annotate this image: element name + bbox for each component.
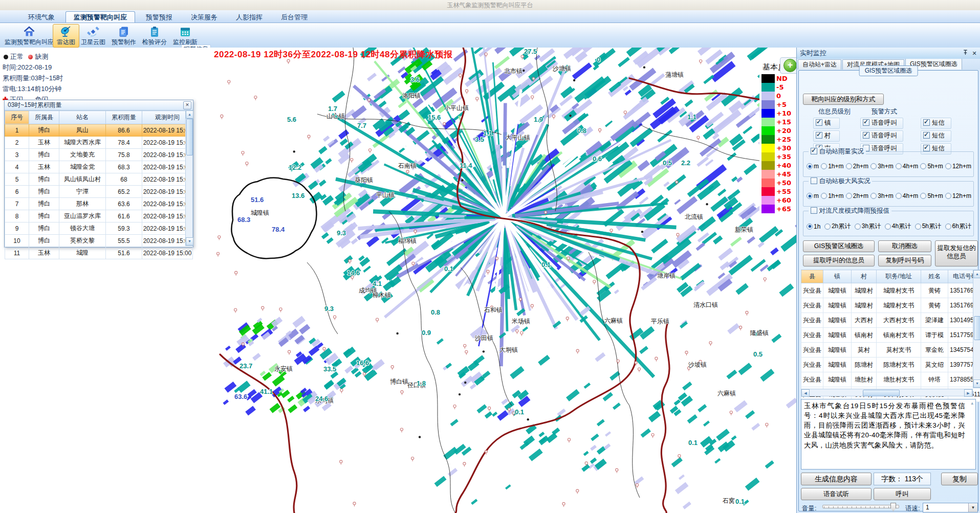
radio-icon[interactable] [821,193,827,199]
scroll-left-icon[interactable]: ◀ [801,389,810,397]
scroll-down-icon[interactable]: ▼ [186,237,193,246]
contact-col-header[interactable]: 县 [801,270,823,283]
warning-message-textarea[interactable]: 玉林市气象台19日5时15分发布暴雨橙色预警信号：4时以来兴业县城隍大西水库已出… [801,399,976,470]
contact-col-header[interactable]: 职务/地址 [877,270,921,283]
radio-option[interactable]: 5h+m [920,163,943,170]
radio-icon[interactable] [920,193,926,199]
radio-option[interactable]: 1h+m [821,192,843,199]
radio-icon[interactable] [824,224,831,230]
checkbox[interactable] [816,119,822,126]
checkbox[interactable] [923,119,930,126]
table-row[interactable]: 3博白文地姜充75.82022-08-19 15:00 [5,149,193,161]
table-row[interactable]: 兴业县城隍镇陈塘村陈塘村支书莫文绍139775796 [801,358,980,372]
tool-button-home[interactable]: 监测预警靶向叫应 [2,24,56,48]
radio-icon[interactable] [945,163,951,169]
menu-tab-1[interactable]: 环境气象 [20,12,62,23]
slider-track[interactable] [822,505,899,508]
table-row[interactable]: 兴业县城隍镇城隍村城隍村支书黄铸135176975 [801,283,980,298]
speed-combobox[interactable]: 1 ▼ [923,503,978,512]
radio-option[interactable]: 2h累计 [824,222,851,231]
tool-button-calendar-refresh[interactable]: 监控刷新 [168,24,202,48]
tool-button-satellite[interactable]: 卫星云图 [76,24,110,48]
radio-option[interactable]: m [807,163,819,170]
contact-col-header[interactable]: 镇 [823,270,852,283]
radio-option[interactable]: 5h累计 [915,222,941,231]
rain-table-col-header[interactable]: 序号 [5,111,29,124]
radio-icon[interactable] [807,224,813,230]
radio-icon[interactable] [945,193,951,199]
table-row[interactable]: 2玉林城隍大西水库78.42022-08-19 15:00 [5,137,193,149]
scroll-up-icon[interactable]: ▲ [970,400,974,406]
call-button[interactable]: 呼叫 [874,488,931,500]
radio-option[interactable]: 3h累计 [855,222,881,231]
checkbox[interactable] [816,132,822,139]
radio-option[interactable]: 4h累计 [885,222,911,231]
radio-icon[interactable] [807,193,813,199]
table-row[interactable]: 兴业县城隍镇城隍村城隍村支书黄铸135176975 [801,298,980,313]
rain-table-scrollbar[interactable]: ▲ ▼ [185,110,193,246]
radio-icon[interactable] [870,163,877,169]
contact-col-header[interactable]: 村 [852,270,877,283]
scroll-right-icon[interactable]: ▶ [964,389,972,397]
radio-option[interactable]: 12h+m [945,192,971,199]
slider-thumb[interactable] [890,503,896,511]
table-row[interactable]: 9博白顿谷大塘59.32022-08-19 15:00 [5,222,193,235]
checkbox[interactable] [923,145,930,151]
rain-table-col-header[interactable]: 所属县 [29,111,59,124]
auto-rain-checkbox[interactable] [811,148,817,154]
rain-table-col-header[interactable]: 累积雨量 [106,111,142,124]
rain-table-window[interactable]: 03时~15时累积雨量 ✕ 序号所属县站名累积雨量观测时间 1博白凤山86.62… [4,100,193,248]
rain-table-col-header[interactable]: 站名 [59,111,106,124]
radio-option[interactable]: 5h+m [920,192,943,199]
close-panel-icon[interactable]: ✕ [971,50,978,57]
radio-icon[interactable] [807,163,813,169]
table-row[interactable]: 兴业县城隍镇塘肚村塘肚村支书钟塔137885534 [801,372,980,387]
call-level-mode-button[interactable]: 靶向叫应的级别和方式 [803,94,884,105]
table-row[interactable]: 6博白宁潭65.22022-08-19 15:00 [5,186,193,198]
tool-button-compose[interactable]: 预警制作 [107,24,141,48]
radio-icon[interactable] [896,193,902,199]
pin-icon[interactable] [962,50,969,57]
menu-tab-4[interactable]: 决策服务 [183,12,225,23]
radio-icon[interactable] [821,163,827,169]
checkbox[interactable] [923,132,930,139]
checkbox[interactable] [863,119,869,126]
radio-option[interactable]: 2h+m [846,192,868,199]
radio-icon[interactable] [885,224,891,230]
menu-tab-5[interactable]: 人影指挥 [228,12,270,23]
radio-option[interactable]: 6h累计 [945,222,971,231]
extract-call-button[interactable]: 提取呼叫的信息员 [803,255,875,266]
radio-icon[interactable] [855,224,861,230]
scroll-up-icon[interactable]: ▲ [186,110,193,119]
radio-option[interactable]: 12h+m [945,163,971,170]
voice-preview-button[interactable]: 语音试听 [801,488,872,500]
scroll-up-icon[interactable]: ▲ [973,270,980,278]
extract-sms-button[interactable]: 提取发短信的信息员 [935,240,978,266]
radio-icon[interactable] [915,224,921,230]
close-icon[interactable]: ✕ [183,101,191,109]
radio-icon[interactable] [896,163,902,169]
tool-button-radar[interactable]: 雷达图 [53,24,79,48]
radio-icon[interactable] [846,193,852,199]
table-row[interactable]: 1博白凤山86.62022-08-19 15:00 [5,124,193,137]
cancel-select-button[interactable]: 取消圈选 [878,240,931,252]
radio-option[interactable]: 2h+m [846,163,868,170]
scroll-down-icon[interactable]: ▼ [973,380,980,388]
gis-select-button[interactable]: GIS预警区域圈选 [803,240,875,252]
radio-icon[interactable] [920,163,926,169]
radio-option[interactable]: 1h+m [821,163,843,170]
radio-icon[interactable] [870,193,877,199]
table-row[interactable]: 5博白凤山镇凤山村682022-08-19 15:00 [5,173,193,186]
table-row[interactable]: 4玉林城隍金党68.32022-08-19 15:00 [5,161,193,173]
table-row[interactable]: 7博白那林63.62022-08-19 15:00 [5,198,193,210]
radio-option[interactable]: 1h [807,223,820,230]
generate-message-button[interactable]: 生成信息内容 [801,473,872,485]
copy-button[interactable]: 复制 [941,473,978,485]
radio-option[interactable]: 4h+m [896,192,918,199]
scroll-thumb[interactable] [974,316,980,340]
tool-button-clipboard[interactable]: 检验评分 [138,24,171,48]
scroll-thumb[interactable] [186,119,193,155]
table-row[interactable]: 兴业县城隍镇莫村莫村支书覃金乾134575405 [801,343,980,358]
contact-table-vscrollbar[interactable]: ▲ ▼ [973,270,980,388]
auto-wind-checkbox[interactable] [811,177,817,184]
